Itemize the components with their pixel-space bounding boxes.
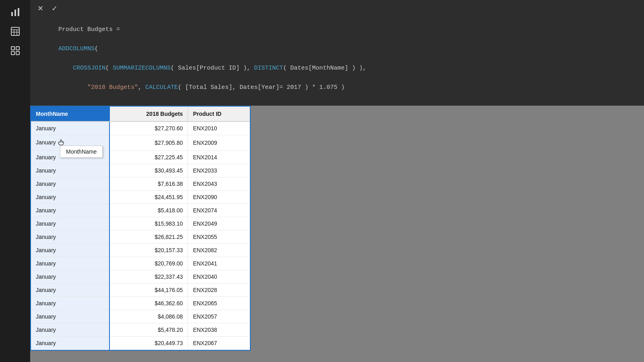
cell-monthname: January [31,177,109,191]
formula-year: Dates[Year]= [239,84,283,91]
table-area: MonthName 2018 Budgets Product ID Januar… [30,106,644,362]
table-row: January MonthName$27,905.80ENX2009 [31,135,250,151]
table-row: January$46,362.60ENX2065 [31,297,250,310]
formula-addcolumns: ADDCOLUMNS [58,45,95,52]
formula-calculate: CALCULATE [145,84,178,91]
formula-multiplier: * 1.075 [308,84,341,91]
svg-rect-10 [11,51,14,55]
cell-productid: ENX2082 [188,244,250,257]
formula-distinct-close: ) ) [348,65,363,72]
cell-monthname: January [31,244,109,257]
table-row: January$5,418.00ENX2074 [31,204,250,217]
formula-totalsales: [Total Sales] [185,84,232,91]
formula-final-close: ) [341,84,345,91]
cell-productid: ENX2038 [188,323,250,337]
svg-rect-0 [11,12,13,16]
cell-budgets: $30,493.45 [109,164,188,177]
svg-rect-2 [18,8,19,16]
table-row: January$20,449.73ENX2067 [31,337,250,350]
cell-monthname: January [31,337,109,350]
table-row: January$24,451.95ENX2090 [31,191,250,204]
formula-toolbar: ✕ ✓ [35,3,639,14]
cell-budgets: $22,337.43 [109,270,188,284]
model-icon[interactable] [6,42,24,60]
cell-monthname: January MonthName [31,135,109,151]
cell-productid: ENX2043 [188,177,250,191]
data-table: MonthName 2018 Budgets Product ID Januar… [31,107,250,350]
cell-budgets: $4,086.08 [109,310,188,323]
sidebar [0,0,30,362]
table-row: January$15,983.10ENX2049 [31,217,250,230]
cell-monthname: January [31,257,109,270]
table-header-row: MonthName 2018 Budgets Product ID [31,107,250,121]
column-tooltip: MonthName [60,146,103,158]
chart-icon[interactable] [6,3,24,21]
cancel-button[interactable]: ✕ [35,3,46,14]
cell-monthname: January [31,121,109,135]
table-icon[interactable] [6,23,24,40]
cell-monthname: January [31,323,109,337]
table-row: January$7,616.38ENX2043 [31,177,250,191]
cell-budgets: $27,270.60 [109,121,188,135]
formula-summarizecolumns: SUMMARIZECOLUMNS [113,65,171,72]
svg-rect-3 [11,27,19,35]
formula-distinct-open: ( [283,65,290,72]
formula-year-value: 2017 [283,84,305,91]
cell-budgets: $27,225.45 [109,151,188,164]
table-row: January$4,086.08ENX2057 [31,310,250,323]
formula-summarize-open: ( [171,65,174,72]
cell-monthname: January [31,191,109,204]
formula-measure-name: Product Budgets [58,26,113,33]
cell-productid: ENX2057 [188,310,250,323]
cell-monthname: January [31,284,109,297]
cell-productid: ENX2065 [188,297,250,310]
formula-calculate-open: ( [178,84,185,91]
col-header-budgets: 2018 Budgets [109,107,188,121]
cell-budgets: $26,821.25 [109,230,188,244]
cell-productid: ENX2028 [188,284,250,297]
formula-indent1 [58,65,73,72]
formula-crossjoin: CROSSJOIN [73,65,105,72]
formula-crossjoin-open: ( [105,65,113,72]
svg-rect-11 [16,51,19,55]
cell-budgets: $20,449.73 [109,337,188,350]
formula-monthname: Dates[MonthName] [290,65,348,72]
table-row: January$20,157.33ENX2082 [31,244,250,257]
cell-monthname: January [31,230,109,244]
svg-rect-1 [14,10,16,16]
formula-open-paren: ( [95,45,98,52]
formula-calculate-close: ) [305,84,308,91]
formula-salesproductid: Sales[Product ID] [174,65,243,72]
confirm-button[interactable]: ✓ [49,3,60,14]
svg-rect-8 [11,47,14,50]
formula-comma1: , [247,65,254,72]
cell-budgets: $46,362.60 [109,297,188,310]
formula-comma4: , [232,84,239,91]
cell-monthname: January [31,270,109,284]
cell-budgets: $20,157.33 [109,244,188,257]
cell-productid: ENX2041 [188,257,250,270]
cell-budgets: $7,616.38 [109,177,188,191]
cell-budgets: $27,905.80 [109,135,188,151]
formula-bar: ✕ ✓ Product Budgets = ADDCOLUMNS( CROSSJ… [30,0,644,106]
cell-productid: ENX2049 [188,217,250,230]
formula-comma2: , [363,65,366,72]
cell-budgets: $24,451.95 [109,191,188,204]
col-header-productid: Product ID [188,107,250,121]
formula-text: Product Budgets = ADDCOLUMNS( CROSSJOIN(… [35,15,639,102]
cell-budgets: $5,418.00 [109,204,188,217]
cell-monthname: January [31,310,109,323]
table-row: January$30,493.45ENX2033 [31,164,250,177]
main-content: ✕ ✓ Product Budgets = ADDCOLUMNS( CROSSJ… [30,0,644,362]
formula-comma3: , [138,84,145,91]
cell-monthname: January [31,204,109,217]
cell-monthname: January [31,297,109,310]
table-row: January$20,769.00ENX2041 [31,257,250,270]
table-row: January$26,821.25ENX2055 [31,230,250,244]
cell-budgets: $20,769.00 [109,257,188,270]
formula-budgets-string: "2018 Budgets" [87,84,138,91]
cell-monthname: January [31,164,109,177]
cell-productid: ENX2090 [188,191,250,204]
table-row: January$22,337.43ENX2040 [31,270,250,284]
formula-equals: = [113,26,124,33]
